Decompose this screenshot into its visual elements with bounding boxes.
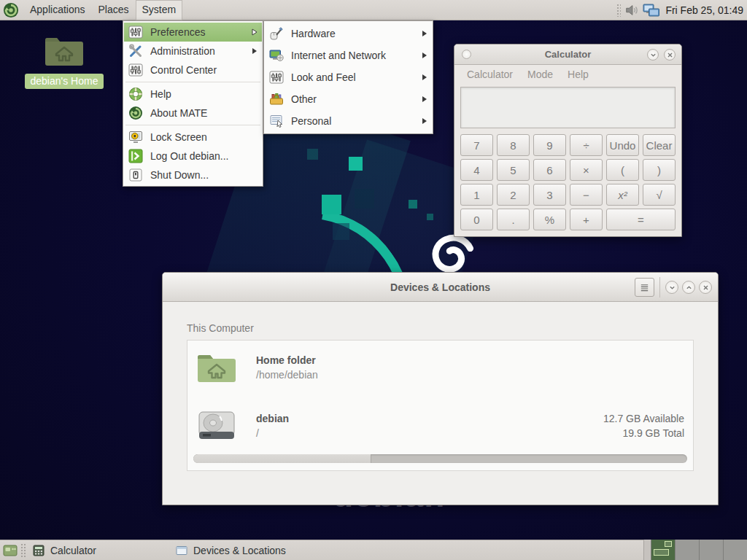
- key-square[interactable]: x²: [606, 184, 639, 206]
- other-icon: [269, 92, 284, 106]
- key-6[interactable]: 6: [533, 159, 566, 181]
- key-subtract[interactable]: −: [570, 184, 603, 206]
- devices-locations-window: Devices & Locations This Computer H: [162, 272, 719, 505]
- rollup-button[interactable]: [665, 281, 678, 294]
- submenu-item-look-and-feel[interactable]: Look and Feel: [265, 66, 432, 88]
- key-add[interactable]: +: [570, 209, 603, 230]
- disk-usage-bar: [193, 454, 687, 463]
- menu-item-shut-down[interactable]: Shut Down...: [124, 166, 262, 184]
- workspace-3[interactable]: [699, 540, 723, 560]
- wallpaper-square: [307, 149, 318, 160]
- submenu-arrow-icon: [252, 28, 258, 36]
- applet-drag-handle[interactable]: [616, 4, 621, 17]
- menu-item-label: Administration: [150, 45, 215, 57]
- control-center-icon: [128, 63, 143, 77]
- calculator-task-icon: [33, 545, 44, 556]
- submenu-item-other[interactable]: Other: [265, 88, 432, 110]
- menu-item-administration[interactable]: Administration: [124, 42, 262, 61]
- menu-item-lock-screen[interactable]: Lock Screen: [124, 128, 262, 147]
- look-and-feel-icon: [269, 70, 284, 85]
- submenu-arrow-icon: [252, 47, 258, 55]
- close-button[interactable]: [664, 49, 676, 61]
- item-name: debian: [256, 411, 289, 426]
- key-multiply[interactable]: ×: [570, 159, 603, 181]
- task-label: Calculator: [50, 545, 96, 556]
- chevron-down-icon: [650, 52, 657, 58]
- menu-item-label: Control Center: [150, 64, 217, 76]
- panel-clock[interactable]: Fri Feb 25, 01:49: [664, 4, 743, 16]
- key-0[interactable]: 0: [460, 209, 493, 230]
- menu-item-about-mate[interactable]: About MATE: [124, 104, 262, 122]
- menu-applications[interactable]: Applications: [23, 0, 92, 20]
- bottom-panel: Calculator Devices & Locations: [0, 540, 747, 560]
- workspace-4[interactable]: [723, 540, 747, 560]
- key-undo[interactable]: Undo: [606, 134, 639, 156]
- key-open-paren[interactable]: (: [606, 159, 639, 181]
- key-8[interactable]: 8: [497, 134, 530, 156]
- submenu-item-label: Look and Feel: [291, 71, 356, 83]
- key-5[interactable]: 5: [497, 159, 530, 181]
- hardware-icon: [269, 26, 284, 41]
- list-item-home-folder[interactable]: Home folder /home/debian: [187, 341, 693, 399]
- task-button-devices-locations[interactable]: Devices & Locations: [170, 540, 313, 560]
- key-7[interactable]: 7: [460, 134, 493, 156]
- key-9[interactable]: 9: [533, 134, 566, 156]
- wallpaper-square: [333, 223, 349, 240]
- key-sqrt[interactable]: √: [643, 184, 676, 206]
- submenu-item-personal[interactable]: Personal: [265, 110, 432, 132]
- menu-item-label: About MATE: [150, 107, 207, 119]
- menu-item-control-center[interactable]: Control Center: [124, 61, 262, 79]
- devices-titlebar[interactable]: Devices & Locations: [163, 273, 718, 302]
- key-decimal[interactable]: .: [497, 209, 530, 230]
- help-icon: [128, 87, 143, 101]
- hard-disk-icon: [196, 409, 237, 443]
- home-folder-icon: [196, 351, 237, 384]
- key-2[interactable]: 2: [497, 184, 530, 206]
- calc-menu-mode[interactable]: Mode: [521, 69, 560, 80]
- key-clear[interactable]: Clear: [643, 134, 676, 156]
- menu-item-log-out[interactable]: Log Out debian...: [124, 147, 262, 166]
- key-3[interactable]: 3: [533, 184, 566, 206]
- rollup-button[interactable]: [647, 49, 659, 61]
- calc-menu-calculator[interactable]: Calculator: [460, 69, 519, 80]
- submenu-item-hardware[interactable]: Hardware: [265, 23, 432, 44]
- submenu-item-internet-and-network[interactable]: Internet and Network: [265, 44, 432, 66]
- maximize-button[interactable]: [682, 281, 695, 294]
- display-settings-icon[interactable]: [643, 3, 660, 18]
- hamburger-icon: [639, 282, 650, 293]
- workspace-window-thumb: [665, 541, 672, 547]
- window-menu-button[interactable]: [462, 50, 471, 59]
- disk-usage-fill: [193, 454, 371, 463]
- list-item-disk-debian[interactable]: debian / 12.7 GB Available 19.9 GB Total: [187, 399, 693, 453]
- workspace-1[interactable]: [651, 540, 675, 560]
- switcher-drag-handle[interactable]: [643, 540, 651, 560]
- key-percent[interactable]: %: [533, 209, 566, 230]
- key-4[interactable]: 4: [460, 159, 493, 181]
- tasklist-drag-handle[interactable]: [20, 543, 26, 558]
- menu-item-help[interactable]: Help: [124, 85, 262, 104]
- desktop-icon-label: debian's Home: [25, 74, 104, 89]
- devices-window-title: Devices & Locations: [390, 281, 490, 293]
- mate-menu-icon[interactable]: [3, 2, 19, 18]
- volume-icon[interactable]: [624, 3, 639, 18]
- key-divide[interactable]: ÷: [570, 134, 603, 156]
- menu-item-preferences[interactable]: Preferences: [124, 23, 262, 42]
- wallpaper-square: [409, 200, 417, 209]
- titlebar-divider: [659, 277, 660, 298]
- menu-places[interactable]: Places: [92, 0, 136, 20]
- show-desktop-button[interactable]: [0, 540, 20, 560]
- window-hamburger-menu-button[interactable]: [635, 278, 654, 297]
- submenu-arrow-icon: [422, 117, 427, 125]
- close-button[interactable]: [699, 281, 712, 294]
- workspace-2[interactable]: [675, 540, 699, 560]
- submenu-item-label: Personal: [291, 115, 331, 127]
- menu-item-label: Preferences: [150, 26, 205, 38]
- calc-menu-help[interactable]: Help: [561, 69, 595, 80]
- menu-system[interactable]: System: [136, 0, 183, 20]
- key-close-paren[interactable]: ): [643, 159, 676, 181]
- task-button-calculator[interactable]: Calculator: [27, 540, 170, 560]
- calculator-titlebar[interactable]: Calculator: [454, 44, 681, 65]
- desktop-icon-home[interactable]: debian's Home: [13, 32, 115, 89]
- key-1[interactable]: 1: [460, 184, 493, 206]
- key-equals[interactable]: =: [606, 209, 676, 230]
